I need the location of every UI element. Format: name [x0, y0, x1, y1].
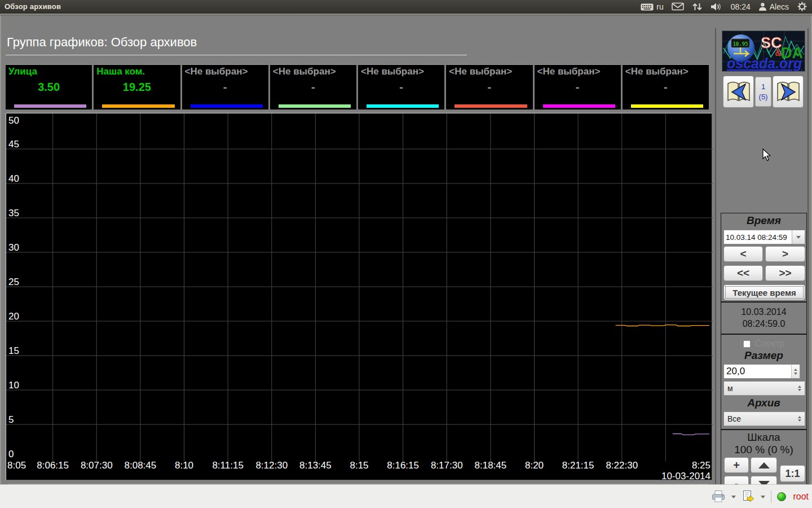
page-forward-button[interactable]: >>: [765, 265, 805, 281]
x-tick-label: 8:08:45: [125, 460, 157, 471]
book-arrow-right-icon: [776, 80, 801, 104]
y-tick-label: 25: [8, 277, 19, 287]
legend-item-4[interactable]: <Не выбран>-: [358, 64, 444, 110]
zoom-in-button[interactable]: +: [724, 457, 749, 473]
legend-color-bar: [367, 104, 439, 108]
title-underline: [6, 55, 467, 55]
export-icon[interactable]: [742, 490, 755, 503]
x-tick-label: 8:16:15: [387, 460, 419, 471]
status-bar-right: root: [711, 485, 809, 508]
datetime-dropdown-button[interactable]: [792, 230, 805, 244]
export-options-arrow-icon[interactable]: [761, 496, 765, 498]
user-icon: [758, 2, 767, 11]
legend-color-bar: [102, 104, 174, 108]
network-sync-icon[interactable]: [692, 2, 703, 11]
statusbar-separator: [771, 491, 771, 503]
x-tick-label: 8:05: [7, 460, 26, 471]
page-back-button[interactable]: <<: [723, 265, 763, 281]
select-arrows-icon: [796, 416, 805, 422]
legend-item-5[interactable]: <Не выбран>-: [446, 64, 532, 110]
spin-up-icon: [794, 369, 797, 371]
size-title: Размер: [721, 349, 806, 362]
x-tick-label: 8:11:15: [212, 460, 243, 471]
scale-title: Шкала: [721, 431, 806, 444]
legend-item-1[interactable]: Наша ком.19.25: [94, 64, 180, 110]
logo-site: oscada.org: [727, 55, 802, 71]
step-forward-button[interactable]: >: [765, 246, 805, 262]
x-tick-label: 8:20: [525, 460, 544, 471]
keyboard-indicator[interactable]: ru: [641, 2, 663, 11]
keyboard-layout-label: ru: [656, 2, 663, 11]
legend-item-6[interactable]: <Не выбран>-: [535, 64, 621, 110]
x-tick-label: 8:17:30: [431, 460, 463, 471]
archive-select[interactable]: Все: [723, 411, 805, 426]
clock[interactable]: 08:24: [731, 2, 751, 11]
current-time-button[interactable]: Текущее время: [723, 284, 805, 300]
volume-icon[interactable]: [710, 2, 723, 11]
step-back-button[interactable]: <: [723, 246, 763, 262]
reset-scale-button[interactable]: 1:1: [780, 465, 805, 482]
status-bar: root: [0, 484, 812, 508]
spectrum-label: Спектр: [755, 339, 785, 349]
legend-item-value: -: [535, 81, 621, 94]
y-tick-label: 40: [8, 173, 19, 184]
datetime-combobox[interactable]: [723, 230, 805, 244]
datetime-input[interactable]: [724, 230, 792, 244]
scale-value: 100 % (0 %): [721, 444, 806, 456]
legend-item-value: -: [182, 81, 268, 94]
x-tick-label: 8:10: [175, 460, 193, 471]
y-tick-label: 20: [8, 311, 19, 322]
legend-item-label: Наша ком.: [96, 66, 145, 77]
alarm-status-led: [777, 492, 786, 501]
print-options-arrow-icon[interactable]: [731, 496, 736, 498]
top-panel: Обзор архивов ru: [0, 0, 812, 14]
time-group-title: Время: [721, 214, 806, 227]
legend-item-label: <Не выбран>: [361, 66, 424, 77]
legend-item-label: <Не выбран>: [185, 66, 248, 77]
x-tick-label: 8:06:15: [37, 460, 69, 471]
y-tick-label: 15: [8, 345, 19, 356]
archive-value: Все: [724, 414, 796, 423]
trend-plot-area[interactable]: 051015202530354045508:058:06:158:07:308:…: [6, 113, 712, 480]
spectrum-checkbox[interactable]: [743, 340, 751, 348]
legend-item-value: -: [623, 81, 709, 94]
shift-up-button[interactable]: [751, 457, 777, 473]
book-arrow-left-icon: [726, 80, 751, 104]
series-lines: [616, 325, 709, 435]
user-menu[interactable]: Alecs: [758, 2, 789, 11]
panel-separator-right: [807, 28, 809, 497]
mail-icon[interactable]: [672, 2, 684, 11]
x-tick-label: 8:15: [350, 460, 368, 471]
size-input[interactable]: [724, 365, 791, 378]
legend-item-0[interactable]: Улица3.50: [6, 64, 92, 110]
x-tick-label: 8:25: [692, 460, 710, 471]
trend-chart: 051015202530354045508:058:06:158:07:308:…: [6, 113, 713, 481]
current-date-value: 10.03.2014: [741, 306, 786, 318]
spectrum-checkbox-row[interactable]: Спектр: [721, 339, 806, 349]
next-page-button[interactable]: [773, 76, 804, 108]
size-spin-buttons[interactable]: [791, 365, 800, 378]
legend-item-2[interactable]: <Не выбран>-: [182, 64, 268, 110]
current-time-value: 08:24:59.0: [743, 318, 785, 330]
archive-title: Архив: [721, 397, 806, 409]
y-tick-label: 50: [8, 115, 19, 126]
print-icon[interactable]: [711, 490, 726, 503]
legend-item-label: <Не выбран>: [625, 66, 689, 77]
y-tick-label: 45: [8, 139, 19, 150]
legend-item-7[interactable]: <Не выбран>-: [623, 64, 709, 110]
screen: Обзор архивов ru: [0, 0, 812, 508]
x-tick-label: 8:12:30: [255, 460, 288, 471]
page-number: 1: [756, 82, 771, 92]
legend-color-bar: [543, 104, 615, 108]
legend-item-value: 3.50: [6, 81, 92, 94]
legend-color-bar: [631, 104, 703, 108]
prev-page-button[interactable]: [723, 76, 754, 108]
page-title: Группа графиков: Обзор архивов: [7, 35, 197, 50]
app-window: Группа графиков: Обзор архивов Улица3.50…: [0, 14, 812, 484]
username-label: Alecs: [770, 2, 789, 11]
legend-item-3[interactable]: <Не выбран>-: [270, 64, 356, 110]
size-unit-select[interactable]: м: [723, 381, 805, 396]
gear-icon[interactable]: [797, 1, 807, 12]
size-spinbox[interactable]: [723, 364, 800, 379]
size-unit-value: м: [724, 384, 796, 393]
